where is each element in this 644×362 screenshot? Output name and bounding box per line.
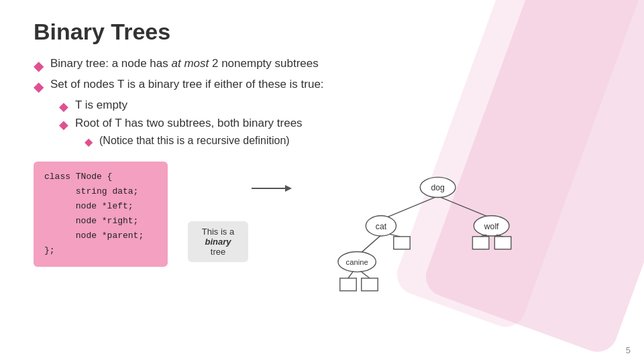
svg-line-3	[438, 196, 490, 218]
svg-rect-14	[362, 278, 378, 291]
svg-marker-1	[285, 185, 292, 192]
code-line-2: string data;	[44, 186, 138, 196]
code-block: class TNode { string data; node *left; n…	[34, 162, 168, 267]
bullet-2: ◆ Set of nodes T is a binary tree if eit…	[34, 78, 610, 95]
tree-svg: dog cat wolf canine	[305, 165, 520, 306]
svg-line-16	[361, 272, 370, 278]
code-line-3: node *left;	[44, 201, 133, 211]
bullet-2b: ◆ Root of T has two subtrees, both binar…	[59, 117, 610, 132]
svg-text:cat: cat	[376, 222, 387, 231]
bullet-2b-text: Root of T has two subtrees, both binary …	[75, 117, 303, 130]
this-is-label: This is a binary tree	[188, 221, 248, 262]
svg-line-4	[361, 234, 382, 253]
bullet-2a: ◆ T is empty	[59, 99, 610, 114]
bullet-diamond-2bi: ◆	[85, 135, 93, 148]
bullet-diamond-2: ◆	[34, 78, 44, 95]
code-line-1: class TNode {	[44, 172, 112, 182]
svg-line-15	[348, 272, 354, 278]
bullet-diamond-1: ◆	[34, 58, 44, 74]
svg-rect-19	[472, 237, 488, 249]
svg-text:dog: dog	[431, 183, 445, 192]
bullet-2bi-text: (Notice that this is a recursive definit…	[99, 135, 290, 147]
bottom-section: class TNode { string data; node *left; n…	[34, 162, 610, 308]
svg-rect-13	[340, 278, 356, 291]
page-title: Binary Trees	[34, 19, 610, 45]
svg-line-2	[386, 196, 437, 218]
svg-rect-20	[494, 237, 511, 249]
label-text: This is a binary tree	[202, 227, 234, 257]
main-content: Binary Trees ◆ Binary tree: a node has a…	[0, 0, 644, 322]
bullet-1: ◆ Binary tree: a node has at most 2 none…	[34, 57, 610, 74]
bullet-2a-text: T is empty	[75, 99, 127, 112]
page-number: 5	[626, 345, 631, 355]
tree-diagram: dog cat wolf canine	[305, 165, 520, 308]
svg-text:wolf: wolf	[484, 222, 499, 231]
bullet-1-text: Binary tree: a node has at most 2 nonemp…	[50, 57, 319, 70]
svg-text:canine: canine	[346, 258, 368, 266]
bullet-diamond-2b: ◆	[59, 117, 68, 132]
bullet-diamond-2a: ◆	[59, 99, 68, 114]
code-line-4: node *right;	[44, 216, 138, 226]
arrow-container	[252, 182, 292, 195]
code-line-6: };	[44, 245, 55, 255]
code-line-5: node *parent;	[44, 231, 144, 241]
bullet-2-text: Set of nodes T is a binary tree if eithe…	[50, 78, 324, 91]
bullet-2b-i: ◆ (Notice that this is a recursive defin…	[85, 135, 610, 148]
arrow-icon	[252, 182, 292, 195]
svg-rect-17	[394, 237, 410, 249]
